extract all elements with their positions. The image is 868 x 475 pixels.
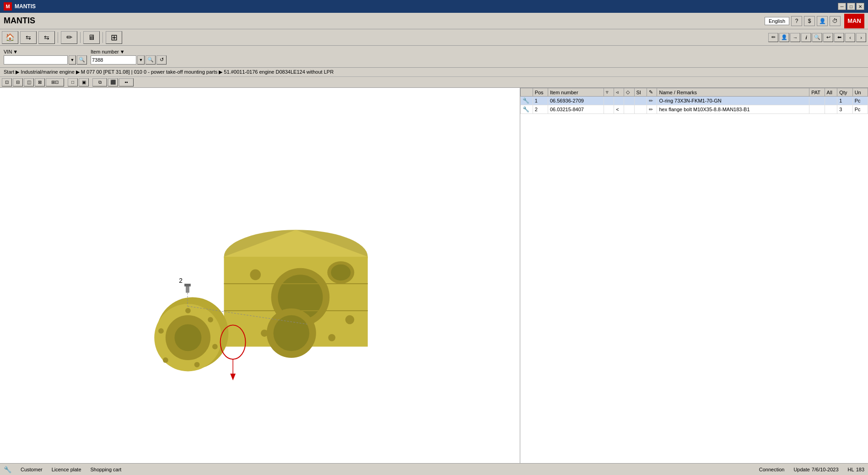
col-header-filter3[interactable]: ◇ [624, 88, 634, 97]
row-all [825, 105, 837, 114]
extra-toolbar: ⊡ ⊟ ◫ ⊠ ⊞⊡ □ ▣ ⧉ ⬛ ▪▪ [0, 77, 868, 88]
table-row[interactable]: 🔧 1 06.56936-2709 ✏ O-ring 73X3N-FKM1-70… [521, 97, 868, 105]
top-left: MANTIS [4, 16, 35, 26]
edit-icon-btn[interactable]: ✏ [768, 33, 778, 42]
svg-point-7 [331, 264, 350, 281]
pencil-button[interactable]: ✏ [61, 31, 77, 44]
back-btn[interactable]: ↩ [823, 33, 833, 42]
col-header-filter1[interactable]: ▿ [604, 88, 614, 97]
col-header-name[interactable]: Name / Remarks [657, 88, 809, 97]
svg-point-23 [158, 328, 164, 334]
extra-btn-8[interactable]: ⧉ [92, 78, 107, 86]
col-header-unit[interactable]: Un [852, 88, 868, 97]
svg-point-20 [212, 344, 218, 350]
info-btn[interactable]: i [801, 33, 811, 42]
col-header-item-number[interactable]: Item number [548, 88, 604, 97]
vin-search-btn[interactable]: 🔍 [77, 55, 87, 65]
svg-point-8 [250, 270, 261, 281]
vin-label: VIN ▼ [4, 49, 87, 54]
extra-btn-10[interactable]: ▪▪ [119, 78, 134, 86]
help-button[interactable]: ? [791, 16, 802, 26]
chevron-right-btn[interactable]: › [856, 33, 866, 42]
row-pat [809, 105, 825, 114]
parts-diagram-svg: 2 1 [113, 158, 406, 410]
row-unit: Pc [852, 105, 868, 114]
col-header-filter2[interactable]: ◃ [614, 88, 624, 97]
row-edit-icon: ✏ [647, 105, 657, 114]
arrow-right-btn[interactable]: → [790, 33, 800, 42]
item-refresh-btn[interactable]: ↺ [156, 55, 167, 65]
search-bar: VIN ▼ ▼ 🔍 Item number ▼ ▼ 🔍 ↺ [0, 46, 868, 68]
arrow-left-btn[interactable]: ⬅ [834, 33, 844, 42]
table-row[interactable]: 🔧 2 06.03215-8407 < ✏ hex flange bolt M1… [521, 105, 868, 114]
close-button[interactable]: ✕ [856, 3, 864, 10]
extra-btn-9[interactable]: ⬛ [108, 78, 118, 86]
row-pat [809, 97, 825, 105]
chevron-left-btn[interactable]: ‹ [845, 33, 855, 42]
grid-button[interactable]: ⊞ [106, 31, 122, 44]
nav-button-1[interactable]: ⇆ [20, 31, 37, 44]
top-area: MANTIS English ? $ 👤 ⏱ MAN [0, 13, 868, 29]
clock-button[interactable]: ⏱ [830, 16, 841, 26]
restore-button[interactable]: □ [847, 3, 855, 10]
item-number-group: Item number ▼ ▼ 🔍 ↺ [91, 49, 167, 65]
connection-status: Connection [759, 467, 785, 472]
toolbar-right-buttons: ✏ 👤 → i 🔍 ↩ ⬅ ‹ › [768, 33, 866, 42]
monitor-button[interactable]: 🖥 [83, 31, 100, 44]
extra-btn-6[interactable]: □ [68, 78, 78, 86]
svg-point-17 [174, 324, 201, 351]
extra-btn-1[interactable]: ⊡ [2, 78, 12, 86]
person-icon-btn[interactable]: 👤 [779, 33, 789, 42]
svg-point-19 [208, 317, 213, 323]
row-si [634, 97, 647, 105]
app-title-area: M MANTIS [4, 2, 36, 11]
vin-dropdown-btn[interactable]: ▼ [69, 55, 76, 65]
row-col3 [604, 105, 614, 114]
vin-input[interactable] [4, 55, 68, 65]
row-unit: Pc [852, 97, 868, 105]
person-button[interactable]: 👤 [817, 16, 828, 26]
customer-status: Customer [21, 467, 43, 472]
home-button[interactable]: 🏠 [2, 31, 18, 44]
diagram-panel: 2 1 MAN Truck and Bus AG - Parts Documen… [0, 88, 520, 475]
dollar-button[interactable]: $ [804, 16, 815, 26]
update-status: Update 7/6/10-2023 [793, 467, 838, 472]
separator-3 [102, 32, 103, 43]
extra-btn-2[interactable]: ⊟ [13, 78, 23, 86]
svg-point-11 [261, 329, 268, 337]
window-controls: ─ □ ✕ [838, 3, 864, 10]
col-header-pos[interactable]: Pos [533, 88, 548, 97]
nav-button-2[interactable]: ⇆ [38, 31, 55, 44]
top-right-controls: English ? $ 👤 ⏱ MAN [765, 14, 864, 28]
parts-table: Pos Item number ▿ ◃ ◇ SI ✎ Name / Remark… [520, 88, 868, 114]
extra-btn-7[interactable]: ▣ [79, 78, 89, 86]
row-col3 [604, 97, 614, 105]
row-icon-cell: 🔧 [521, 105, 533, 114]
search-right-btn[interactable]: 🔍 [812, 33, 822, 42]
item-dropdown-arrow[interactable]: ▼ [120, 49, 125, 54]
main-content: 2 1 MAN Truck and Bus AG - Parts Documen… [0, 88, 868, 475]
col-header-all[interactable]: All [825, 88, 837, 97]
col-header-qty[interactable]: Qty [837, 88, 852, 97]
window-title-bar: M MANTIS ─ □ ✕ [0, 0, 868, 13]
extra-btn-4[interactable]: ⊠ [35, 78, 45, 86]
row-col5 [624, 97, 634, 105]
col-header-edit[interactable]: ✎ [647, 88, 657, 97]
vin-group: VIN ▼ ▼ 🔍 [4, 49, 87, 65]
row-col5 [624, 105, 634, 114]
status-icon: 🔧 [4, 466, 11, 473]
row-pos: 2 [533, 105, 548, 114]
vin-dropdown-arrow[interactable]: ▼ [13, 49, 18, 54]
item-search-btn[interactable]: 🔍 [146, 55, 156, 65]
language-button[interactable]: English [765, 17, 789, 25]
separator-2 [80, 32, 81, 43]
item-input[interactable] [91, 55, 136, 65]
extra-btn-5[interactable]: ⊞⊡ [46, 78, 64, 86]
extra-btn-3[interactable]: ◫ [24, 78, 34, 86]
row-item-number: 06.56936-2709 [548, 97, 604, 105]
col-header-si[interactable]: SI [634, 88, 647, 97]
item-dropdown-btn[interactable]: ▼ [137, 55, 145, 65]
row-item-number: 06.03215-8407 [548, 105, 604, 114]
minimize-button[interactable]: ─ [838, 3, 846, 10]
col-header-pat[interactable]: PAT [809, 88, 825, 97]
